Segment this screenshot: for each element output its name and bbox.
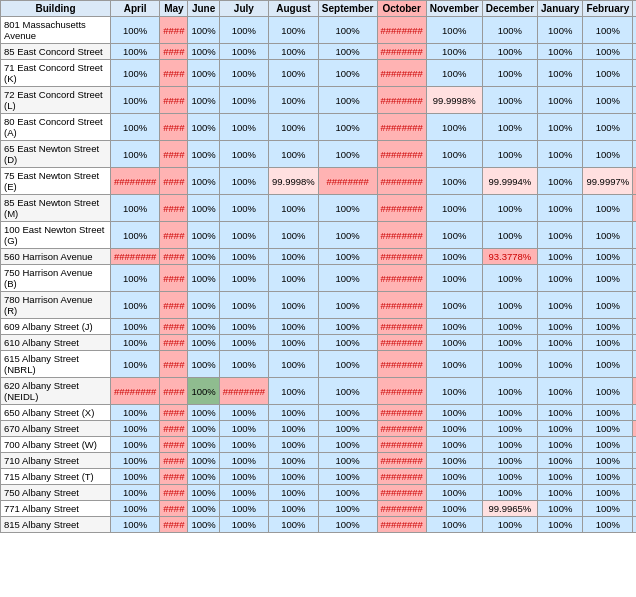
table-row: 75 East Newton Street (E)############100… — [1, 168, 637, 195]
cell-september: 100% — [318, 17, 377, 44]
cell-july: 100% — [219, 249, 268, 265]
cell-may: #### — [160, 292, 188, 319]
cell-december: 100% — [482, 87, 537, 114]
cell-october: ######## — [377, 60, 426, 87]
cell-november: 100% — [426, 249, 482, 265]
building-name: 560 Harrison Avenue — [1, 249, 111, 265]
cell-october: ######## — [377, 17, 426, 44]
cell-january: 100% — [538, 405, 583, 421]
col-september: September — [318, 1, 377, 17]
cell-july: 100% — [219, 469, 268, 485]
building-name: 615 Albany Street (NBRL) — [1, 351, 111, 378]
cell-may: #### — [160, 141, 188, 168]
cell-january: 100% — [538, 44, 583, 60]
cell-february: 100% — [583, 335, 633, 351]
cell-april: 100% — [111, 87, 160, 114]
table-row: 610 Albany Street100%####100%100%100%100… — [1, 335, 637, 351]
cell-november: 100% — [426, 265, 482, 292]
table-row: 801 Massachusetts Avenue100%####100%100%… — [1, 17, 637, 44]
table-row: 85 East Concord Street100%####100%100%10… — [1, 44, 637, 60]
table-row: 560 Harrison Avenue############100%100%1… — [1, 249, 637, 265]
building-name: 85 East Newton Street (M) — [1, 195, 111, 222]
cell-june: 100% — [188, 319, 219, 335]
cell-may: #### — [160, 351, 188, 378]
cell-august: 100% — [269, 378, 319, 405]
cell-november: 100% — [426, 44, 482, 60]
cell-january: 100% — [538, 87, 583, 114]
cell-june: 100% — [188, 292, 219, 319]
cell-april: 100% — [111, 517, 160, 533]
cell-january: 100% — [538, 421, 583, 437]
table-row: 750 Albany Street100%####100%100%100%100… — [1, 485, 637, 501]
cell-january: 100% — [538, 517, 583, 533]
col-may: May — [160, 1, 188, 17]
cell-april: 100% — [111, 114, 160, 141]
cell-june: 100% — [188, 351, 219, 378]
cell-april: 100% — [111, 60, 160, 87]
building-name: 610 Albany Street — [1, 335, 111, 351]
building-name: 75 East Newton Street (E) — [1, 168, 111, 195]
cell-september: 100% — [318, 437, 377, 453]
cell-august: 100% — [269, 437, 319, 453]
cell-june: 100% — [188, 501, 219, 517]
cell-may: #### — [160, 265, 188, 292]
cell-february: 99.9997% — [583, 168, 633, 195]
cell-august: 100% — [269, 17, 319, 44]
cell-september: 100% — [318, 335, 377, 351]
building-name: 780 Harrison Avenue (R) — [1, 292, 111, 319]
building-name: 71 East Concord Street (K) — [1, 60, 111, 87]
cell-february: 100% — [583, 405, 633, 421]
cell-november: 100% — [426, 405, 482, 421]
cell-april: 100% — [111, 17, 160, 44]
cell-april: 100% — [111, 335, 160, 351]
cell-may: #### — [160, 485, 188, 501]
cell-october: ######## — [377, 351, 426, 378]
cell-may: #### — [160, 168, 188, 195]
cell-june: 100% — [188, 469, 219, 485]
cell-june: 100% — [188, 335, 219, 351]
cell-july: 100% — [219, 141, 268, 168]
cell-may: #### — [160, 44, 188, 60]
building-name: 815 Albany Street — [1, 517, 111, 533]
cell-november: 99.9998% — [426, 87, 482, 114]
cell-november: 100% — [426, 421, 482, 437]
cell-may: #### — [160, 335, 188, 351]
building-name: 620 Albany Street (NEIDL) — [1, 378, 111, 405]
cell-february: 100% — [583, 292, 633, 319]
building-name: 100 East Newton Street (G) — [1, 222, 111, 249]
cell-february: 100% — [583, 319, 633, 335]
cell-july: 100% — [219, 405, 268, 421]
cell-november: 100% — [426, 60, 482, 87]
cell-april: 100% — [111, 405, 160, 421]
cell-november: 100% — [426, 114, 482, 141]
cell-december: 93.3778% — [482, 249, 537, 265]
cell-december: 100% — [482, 265, 537, 292]
cell-september: 100% — [318, 421, 377, 437]
cell-january: 100% — [538, 265, 583, 292]
cell-july: 100% — [219, 501, 268, 517]
building-name: 750 Harrison Avenue (B) — [1, 265, 111, 292]
cell-february: 100% — [583, 265, 633, 292]
cell-august: 100% — [269, 222, 319, 249]
cell-june: 100% — [188, 17, 219, 44]
main-table-container[interactable]: Building April May June July August Sept… — [0, 0, 636, 533]
col-january: January — [538, 1, 583, 17]
cell-november: 100% — [426, 517, 482, 533]
col-december: December — [482, 1, 537, 17]
cell-july: 100% — [219, 222, 268, 249]
cell-july: 100% — [219, 17, 268, 44]
cell-august: 100% — [269, 60, 319, 87]
cell-december: 100% — [482, 421, 537, 437]
cell-november: 100% — [426, 141, 482, 168]
building-name: 65 East Newton Street (D) — [1, 141, 111, 168]
cell-october: ######## — [377, 501, 426, 517]
cell-september: 100% — [318, 265, 377, 292]
cell-august: 100% — [269, 114, 319, 141]
cell-may: #### — [160, 222, 188, 249]
cell-january: 100% — [538, 378, 583, 405]
cell-december: 100% — [482, 292, 537, 319]
cell-october: ######## — [377, 469, 426, 485]
cell-june: 100% — [188, 168, 219, 195]
cell-december: 99.9965% — [482, 501, 537, 517]
cell-august: 100% — [269, 335, 319, 351]
